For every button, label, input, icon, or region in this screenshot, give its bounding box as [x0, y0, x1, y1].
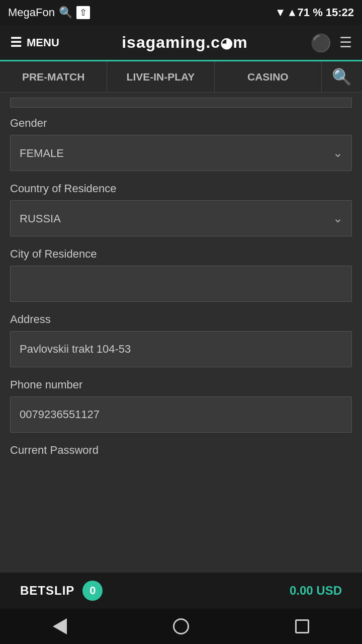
home-icon	[173, 618, 189, 634]
upload-icon: ⇧	[76, 6, 90, 19]
header-menu-icon[interactable]: ☰	[339, 34, 352, 51]
search-button[interactable]: 🔍	[322, 61, 362, 92]
city-input[interactable]	[10, 266, 352, 302]
back-button[interactable]	[53, 618, 67, 634]
betslip-amount: 0.00 USD	[290, 584, 342, 598]
search-status-icon: 🔍	[59, 6, 72, 19]
carrier-label: MegaFon	[8, 6, 55, 19]
tab-casino[interactable]: CASINO	[215, 61, 322, 92]
current-password-partial: Current Password	[10, 444, 352, 457]
partial-top-field	[10, 98, 352, 108]
user-icon[interactable]: ⚫	[310, 33, 331, 53]
nav-tabs: PRE-MATCH LIVE-IN-PLAY CASINO 🔍	[0, 61, 362, 93]
gender-label: Gender	[10, 117, 352, 130]
country-select[interactable]: RUSSIA	[10, 200, 352, 236]
gender-select-wrapper: FEMALE MALE ⌄	[10, 135, 352, 171]
gender-field-group: Gender FEMALE MALE ⌄	[10, 117, 352, 171]
logo-moon: ◕	[220, 35, 233, 51]
city-field-group: City of Residence	[10, 248, 352, 302]
logo-text: isagaming.c	[122, 33, 220, 51]
betslip-bar: BETSLIP 0 0.00 USD	[0, 573, 362, 609]
time-label: 15:22	[326, 6, 354, 19]
battery-label: 71 %	[298, 6, 323, 19]
menu-button[interactable]: ☰ MENU	[10, 35, 59, 50]
country-select-wrapper: RUSSIA ⌄	[10, 200, 352, 236]
form-area: Gender FEMALE MALE ⌄ Country of Residenc…	[0, 93, 362, 457]
address-field-group: Address	[10, 313, 352, 367]
tab-live-in-play[interactable]: LIVE-IN-PLAY	[107, 61, 214, 92]
logo-m: m	[233, 33, 247, 51]
header: ☰ MENU isagaming.c◕m ⚫ ☰	[0, 25, 362, 61]
signal-icon: ▴	[289, 6, 295, 19]
address-label: Address	[10, 313, 352, 326]
search-icon: 🔍	[332, 67, 352, 87]
country-field-group: Country of Residence RUSSIA ⌄	[10, 182, 352, 236]
hamburger-icon: ☰	[10, 35, 22, 50]
menu-label: MENU	[27, 36, 59, 49]
phone-label: Phone number	[10, 378, 352, 391]
android-nav-bar	[0, 609, 362, 644]
betslip-left: BETSLIP 0	[20, 581, 103, 601]
status-bar: MegaFon 🔍 ⇧ ▼ ▴ 71 % 15:22	[0, 0, 362, 25]
back-icon	[53, 618, 67, 634]
city-label: City of Residence	[10, 248, 352, 261]
recent-apps-button[interactable]	[295, 619, 309, 633]
recent-apps-icon	[295, 619, 309, 633]
home-button[interactable]	[173, 618, 189, 634]
logo[interactable]: isagaming.c◕m	[122, 33, 247, 52]
wifi-icon: ▼	[275, 6, 286, 19]
address-input[interactable]	[10, 331, 352, 367]
country-label: Country of Residence	[10, 182, 352, 195]
betslip-label: BETSLIP	[20, 584, 74, 598]
betslip-count-badge[interactable]: 0	[82, 581, 103, 601]
tab-pre-match[interactable]: PRE-MATCH	[0, 61, 107, 92]
gender-select[interactable]: FEMALE MALE	[10, 135, 352, 171]
phone-field-group: Phone number	[10, 378, 352, 433]
phone-input[interactable]	[10, 396, 352, 433]
